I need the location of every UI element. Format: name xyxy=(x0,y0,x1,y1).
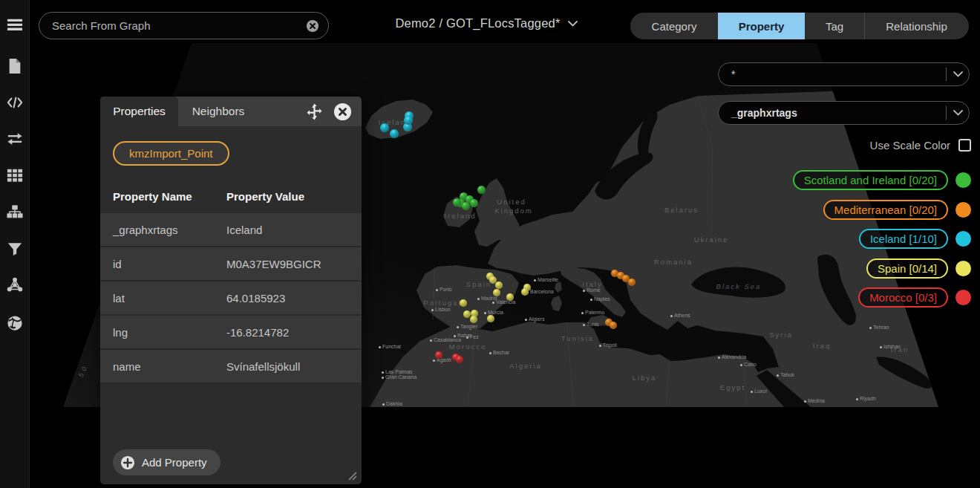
graph-node-mediterranean[interactable] xyxy=(610,322,617,329)
graph-node-scotland-and-ireland[interactable] xyxy=(477,186,486,194)
document-icon[interactable] xyxy=(7,58,23,74)
legend-color-dot[interactable] xyxy=(956,290,971,305)
network-graph-icon[interactable] xyxy=(7,276,23,293)
graph-node-spain[interactable] xyxy=(463,310,471,318)
property-value-cell[interactable]: Svínafellsjökull xyxy=(226,360,300,373)
tab-relationship[interactable]: Relationship xyxy=(865,13,968,39)
legend-pill[interactable]: Morocco [0/3] xyxy=(858,287,948,308)
graph-node-iceland[interactable] xyxy=(390,129,399,138)
property-value-cell[interactable]: 64.0185923 xyxy=(226,292,285,305)
panel-body: kmzImport_Point Property Name Property V… xyxy=(100,126,362,484)
legend-color-dot[interactable] xyxy=(956,172,971,188)
code-icon[interactable] xyxy=(7,94,23,111)
globe-icon[interactable] xyxy=(7,315,23,331)
property-table-header: Property Name Property Value xyxy=(100,180,362,213)
column-property-name: Property Name xyxy=(113,190,226,203)
graph-node-spain[interactable] xyxy=(521,288,529,296)
move-panel-icon[interactable] xyxy=(305,103,324,121)
transform-arrows-icon[interactable] xyxy=(7,131,23,147)
graph-node-spain[interactable] xyxy=(470,316,477,323)
property-name-cell: name xyxy=(113,360,226,373)
tab-category[interactable]: Category xyxy=(630,13,718,39)
graph-search[interactable] xyxy=(39,12,329,39)
property-row: nameSvínafellsjökull xyxy=(100,350,362,384)
legend-pill[interactable]: Spain [0/14] xyxy=(866,258,948,279)
filter-icon[interactable] xyxy=(7,241,23,257)
legend-pill[interactable]: Iceland [1/10] xyxy=(859,229,948,249)
mapping-tab-group: Category Property Tag Relationship xyxy=(630,13,969,39)
add-property-button[interactable]: Add Property xyxy=(113,449,220,475)
graph-node-spain[interactable] xyxy=(506,293,514,301)
project-title-menu[interactable]: Demo2 / GOT_FLocsTagged* xyxy=(349,16,624,30)
graph-node-morocco[interactable] xyxy=(456,356,463,363)
tab-tag[interactable]: Tag xyxy=(805,13,865,39)
tab-property[interactable]: Property xyxy=(718,13,805,39)
search-input[interactable] xyxy=(52,19,306,32)
graph-node-morocco[interactable] xyxy=(435,351,442,359)
chevron-down-icon xyxy=(568,21,578,27)
property-value-cell[interactable]: M0A37EW9BGICR xyxy=(226,258,321,270)
resize-handle[interactable] xyxy=(347,470,357,480)
legend-color-dot[interactable] xyxy=(956,231,971,247)
graph-node-scotland-and-ireland[interactable] xyxy=(453,198,461,206)
property-table: _graphxrtagsIcelandidM0A37EW9BGICRlat64.… xyxy=(100,213,362,384)
close-panel-icon[interactable] xyxy=(333,103,352,121)
graph-node-spain[interactable] xyxy=(495,282,503,289)
graph-node-spain[interactable] xyxy=(460,299,467,307)
graph-node-iceland[interactable] xyxy=(404,116,413,125)
left-toolbar xyxy=(0,0,30,488)
menu-icon[interactable] xyxy=(7,16,23,33)
property-name-cell: _graphxrtags xyxy=(113,224,226,236)
chevron-down-icon xyxy=(953,110,963,116)
graph-node-mediterranean[interactable] xyxy=(628,279,636,286)
property-row: lng-16.8214782 xyxy=(100,316,362,350)
graph-node-spain[interactable] xyxy=(493,289,500,296)
clear-search-icon[interactable] xyxy=(306,19,319,33)
select-divider xyxy=(946,106,947,120)
graph-node-spain[interactable] xyxy=(487,315,494,322)
property-select-value: _graphxrtags xyxy=(731,107,946,119)
node-filter-select[interactable]: * xyxy=(718,62,970,86)
column-property-value: Property Value xyxy=(226,190,304,203)
property-name-cell: lng xyxy=(113,326,226,339)
property-value-cell[interactable]: -16.8214782 xyxy=(226,326,289,339)
use-scale-color-control: Use Scale Color xyxy=(870,139,971,152)
legend-color-dot[interactable] xyxy=(956,261,971,276)
chevron-down-icon xyxy=(953,71,963,77)
property-name-cell: id xyxy=(113,258,226,270)
select-divider xyxy=(946,68,947,81)
project-title: Demo2 / GOT_FLocsTagged* xyxy=(395,16,560,30)
use-scale-color-label: Use Scale Color xyxy=(870,139,950,152)
property-row: lat64.0185923 xyxy=(100,282,362,316)
panel-tab-properties[interactable]: Properties xyxy=(100,97,178,126)
property-name-cell: lat xyxy=(113,292,226,305)
graph-node-iceland[interactable] xyxy=(380,123,389,132)
use-scale-color-checkbox[interactable] xyxy=(958,139,971,152)
legend-pill[interactable]: Scotland and Ireland [0/20] xyxy=(793,170,948,190)
property-row: _graphxrtagsIceland xyxy=(100,213,362,247)
legend-pill[interactable]: Mediterranean [0/20] xyxy=(823,200,948,220)
property-row: idM0A37EW9BGICR xyxy=(100,247,362,282)
legend-color-dot[interactable] xyxy=(956,202,971,218)
property-select[interactable]: _graphxrtags xyxy=(718,101,970,125)
properties-panel: Properties Neighbors kmzImport_Point Pro… xyxy=(100,97,362,484)
node-filter-value: * xyxy=(731,68,946,80)
hierarchy-icon[interactable] xyxy=(7,204,23,221)
panel-tab-neighbors[interactable]: Neighbors xyxy=(178,97,258,126)
category-badge[interactable]: kmzImport_Point xyxy=(113,141,229,166)
property-value-cell[interactable]: Iceland xyxy=(226,224,262,236)
plus-icon xyxy=(120,455,135,470)
graph-node-scotland-and-ireland[interactable] xyxy=(462,202,470,210)
add-property-label: Add Property xyxy=(142,456,207,469)
table-icon[interactable] xyxy=(7,167,23,183)
graph-node-scotland-and-ireland[interactable] xyxy=(470,199,478,207)
